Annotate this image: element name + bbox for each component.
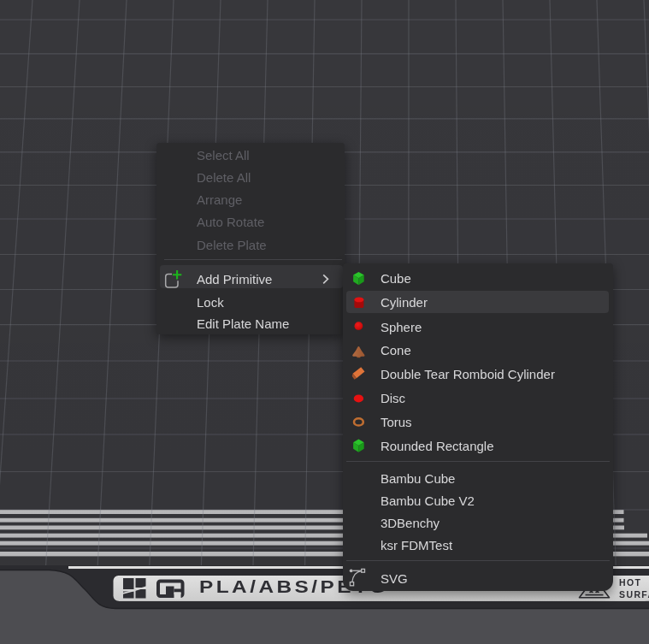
svg-text:SURFACE: SURFACE [619,589,649,600]
svg-text:HOT: HOT [619,577,641,588]
